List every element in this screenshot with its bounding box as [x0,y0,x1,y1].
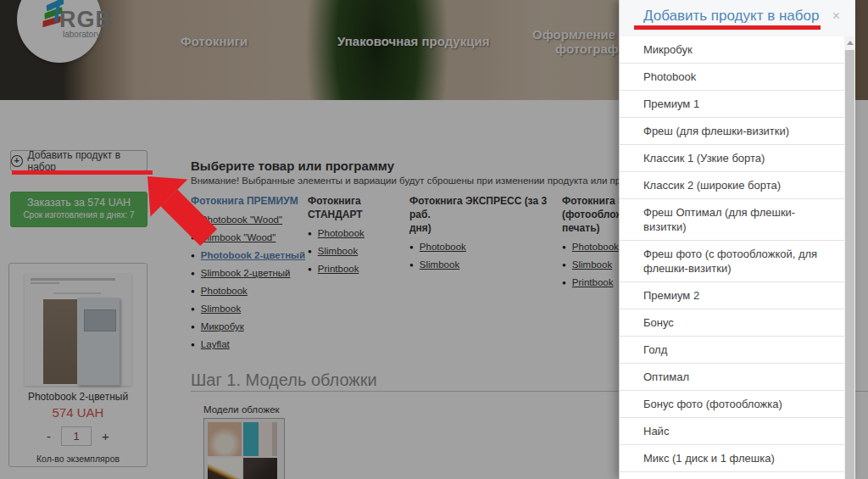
annotation-red-underline [12,170,153,175]
panel-product-item[interactable]: Классик 2 (широкие борта) [620,172,844,199]
panel-product-list: МикробукPhotobookПремиум 1Фреш (для флеш… [620,36,844,479]
scrollbar-thumb[interactable] [845,50,854,479]
panel-title: Добавить продукт в набор [643,8,819,25]
panel-product-item[interactable]: Бонус [620,309,844,337]
panel-product-item[interactable]: Классик 1 (Узкие борта) [620,145,844,172]
scroll-up-icon[interactable] [844,36,855,49]
panel-header: Добавить продукт в набор × [620,0,855,36]
panel-product-item[interactable]: Голд [620,337,844,364]
panel-product-item[interactable]: Найс [620,418,844,445]
annotation-red-underline-panel [634,25,821,30]
panel-product-item[interactable]: Photobook [620,64,844,91]
panel-product-item[interactable]: Бонус фото (фотообложка) [620,391,844,418]
panel-product-item[interactable]: Оптимал [620,364,844,391]
panel-product-item[interactable]: Микробук [620,36,844,64]
panel-product-item[interactable]: Короб "Гранд" [620,472,844,479]
add-product-panel: Добавить продукт в набор × МикробукPhoto… [619,0,855,479]
panel-product-item[interactable]: Фреш фото (с фотообложкой, для флешки-ви… [620,241,844,282]
panel-scrollbar[interactable] [844,36,855,479]
close-icon[interactable]: × [832,9,840,23]
panel-product-item[interactable]: Премиум 1 [620,91,844,118]
panel-product-item[interactable]: Фреш (для флешки-визитки) [620,118,844,145]
panel-product-item[interactable]: Микс (1 диск и 1 флешка) [620,445,844,472]
panel-product-item[interactable]: Фреш Оптимал (для флешки-визитки) [620,199,844,241]
panel-product-item[interactable]: Премиум 2 [620,282,844,309]
